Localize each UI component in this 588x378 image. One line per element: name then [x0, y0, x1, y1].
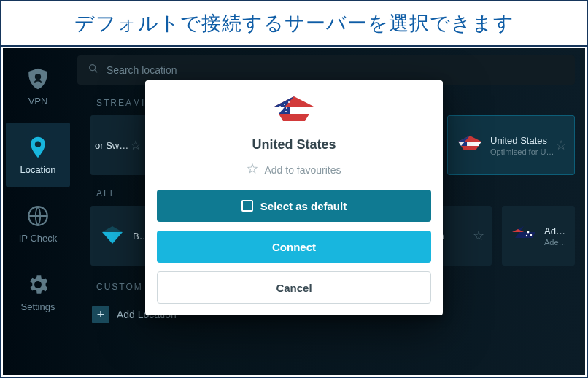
svg-point-9 — [284, 104, 285, 105]
modal-title: United States — [252, 137, 336, 153]
cancel-label: Cancel — [276, 282, 312, 294]
modal-overlay: United States Add to favourites Select a… — [3, 48, 585, 375]
us-flag-icon — [271, 95, 317, 128]
svg-point-11 — [282, 109, 283, 110]
add-favourites-button[interactable]: Add to favourites — [247, 163, 341, 177]
select-default-button[interactable]: Select as default — [157, 190, 431, 222]
checkbox-icon — [241, 200, 253, 212]
select-default-label: Select as default — [260, 200, 347, 212]
svg-point-8 — [279, 106, 281, 107]
svg-point-10 — [288, 101, 290, 103]
svg-point-13 — [285, 111, 287, 112]
cancel-button[interactable]: Cancel — [157, 271, 431, 304]
star-outline-icon — [247, 163, 258, 177]
banner-text: デフォルトで接続するサーバーを選択できます — [74, 10, 514, 36]
svg-point-12 — [286, 107, 287, 109]
location-modal: United States Add to favourites Select a… — [145, 80, 443, 315]
favourite-label: Add to favourites — [264, 164, 341, 176]
app-body: VPN Location IP Check Settings — [3, 48, 585, 375]
connect-label: Connect — [272, 241, 316, 253]
connect-button[interactable]: Connect — [157, 231, 431, 263]
top-banner: デフォルトで接続するサーバーを選択できます — [1, 1, 587, 47]
